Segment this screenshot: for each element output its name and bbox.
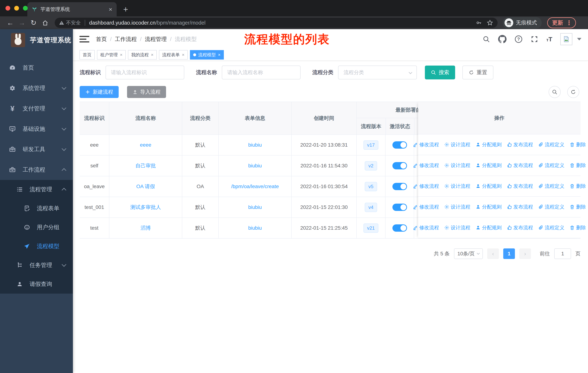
cell-process-name-link[interactable]: OA 请假 [136, 183, 155, 190]
assign-rule-link[interactable]: 分配规则 [475, 204, 502, 210]
url-text[interactable]: dashboard.yudao.iocoder.cn/bpm/manager/m… [89, 20, 473, 26]
cell-process-name-link[interactable]: 滔博 [141, 225, 151, 232]
next-page-button[interactable]: › [519, 248, 531, 259]
sidebar-item-process-model[interactable]: 流程模型 [0, 237, 73, 256]
sidebar-item-process-mgmt[interactable]: 流程管理 [0, 180, 73, 199]
cell-process-name-link[interactable]: 自己审批 [136, 162, 156, 169]
show-search-button[interactable] [549, 86, 561, 98]
process-definition-link[interactable]: 流程定义 [538, 204, 565, 210]
process-category-select[interactable]: 流程分类 [338, 66, 417, 80]
back-button[interactable]: ← [5, 19, 15, 27]
reset-button[interactable]: 重置 [462, 66, 494, 80]
window-controls[interactable] [5, 6, 28, 10]
design-process-link[interactable]: 设计流程 [444, 183, 471, 189]
minimize-window-button[interactable] [14, 6, 19, 10]
forward-button[interactable]: → [17, 19, 27, 27]
cell-form-link[interactable]: biubiu [248, 204, 262, 210]
delete-link[interactable]: 删除 [570, 224, 586, 231]
publish-process-link[interactable]: 发布流程 [507, 162, 533, 169]
search-icon[interactable] [483, 35, 490, 43]
edit-process-link[interactable]: 修改流程 [413, 162, 439, 169]
security-chip[interactable]: 不安全 [59, 20, 81, 26]
create-process-button[interactable]: 新建流程 [80, 86, 119, 98]
sidebar-item-home[interactable]: 首页 [0, 58, 73, 78]
avatar[interactable] [560, 33, 572, 45]
delete-link[interactable]: 删除 [570, 183, 586, 189]
tag-home[interactable]: 首页 [79, 50, 95, 60]
import-process-button[interactable]: 导入流程 [127, 86, 166, 98]
cell-process-name-link[interactable]: 测试多审批人 [130, 204, 161, 211]
sidebar-item-workflow[interactable]: 工作流程 [0, 160, 73, 180]
breadcrumb-home[interactable]: 首页 [96, 36, 107, 43]
tab-close-icon[interactable]: × [109, 6, 112, 12]
active-toggle[interactable] [392, 162, 407, 169]
process-definition-link[interactable]: 流程定义 [538, 224, 565, 231]
goto-page-input[interactable] [554, 248, 571, 259]
delete-link[interactable]: 删除 [570, 204, 586, 210]
cell-form-link[interactable]: /bpm/oa/leave/create [231, 184, 279, 189]
help-icon[interactable] [514, 35, 523, 43]
reload-button[interactable]: ↻ [28, 19, 39, 27]
sidebar-logo[interactable]: 芋道管理系统 [0, 29, 73, 51]
maximize-window-button[interactable] [23, 6, 28, 10]
fullscreen-icon[interactable] [531, 35, 538, 43]
close-icon[interactable]: × [120, 52, 123, 57]
design-process-link[interactable]: 设计流程 [444, 204, 471, 210]
delete-link[interactable]: 删除 [570, 162, 586, 169]
publish-process-link[interactable]: 发布流程 [507, 204, 533, 210]
edit-process-link[interactable]: 修改流程 [413, 141, 439, 148]
sidebar-item-infra[interactable]: 基础设施 [0, 119, 73, 139]
breadcrumb-process-mgmt[interactable]: 流程管理 [145, 36, 167, 43]
assign-rule-link[interactable]: 分配规则 [475, 141, 502, 148]
sidebar-item-devtools[interactable]: 研发工具 [0, 139, 73, 160]
password-key-icon[interactable] [476, 20, 482, 26]
page-size-select[interactable]: 10条/页 [454, 248, 483, 259]
tag-process-model[interactable]: 流程模型× [190, 50, 224, 60]
active-toggle[interactable] [392, 183, 407, 190]
collapse-sidebar-icon[interactable] [79, 36, 89, 42]
publish-process-link[interactable]: 发布流程 [507, 183, 533, 189]
assign-rule-link[interactable]: 分配规则 [475, 183, 502, 189]
font-size-icon[interactable]: тT [546, 36, 552, 43]
cell-process-name-link[interactable]: eeee [140, 142, 151, 148]
tag-process-form[interactable]: 流程表单× [159, 50, 188, 60]
bookmark-star-icon[interactable] [487, 20, 493, 26]
sidebar-item-user-group[interactable]: 用户分组 [0, 218, 73, 237]
browser-tab[interactable]: 芋道管理系统 × [27, 2, 117, 16]
publish-process-link[interactable]: 发布流程 [507, 141, 533, 148]
edit-process-link[interactable]: 修改流程 [413, 204, 439, 210]
sidebar-item-system[interactable]: 系统管理 [0, 78, 73, 98]
cell-form-link[interactable]: biubiu [248, 163, 262, 169]
process-name-input[interactable] [222, 66, 301, 80]
active-toggle[interactable] [392, 224, 407, 232]
active-toggle[interactable] [392, 141, 407, 149]
prev-page-button[interactable]: ‹ [487, 248, 499, 259]
tag-my-process[interactable]: 我的流程× [128, 50, 157, 60]
sidebar-item-leave-query[interactable]: 请假查询 [0, 275, 73, 293]
design-process-link[interactable]: 设计流程 [444, 141, 471, 148]
new-tab-button[interactable]: + [123, 5, 128, 13]
design-process-link[interactable]: 设计流程 [444, 162, 471, 169]
edit-process-link[interactable]: 修改流程 [413, 183, 439, 189]
search-button[interactable]: 搜索 [425, 66, 455, 80]
sidebar-item-payment[interactable]: ¥ 支付管理 [0, 98, 73, 119]
close-icon[interactable]: × [218, 52, 220, 57]
assign-rule-link[interactable]: 分配规则 [475, 224, 502, 231]
close-icon[interactable]: × [182, 52, 184, 57]
close-window-button[interactable] [5, 6, 10, 10]
process-key-input[interactable] [105, 66, 184, 80]
current-page[interactable]: 1 [503, 248, 515, 259]
refresh-table-button[interactable] [567, 86, 579, 98]
active-toggle[interactable] [392, 204, 407, 211]
close-icon[interactable]: × [151, 52, 153, 57]
sidebar-item-process-form[interactable]: 流程表单 [0, 199, 73, 218]
cell-form-link[interactable]: biubiu [248, 225, 262, 231]
process-definition-link[interactable]: 流程定义 [538, 183, 565, 189]
tag-tenant[interactable]: 租户管理× [97, 50, 126, 60]
publish-process-link[interactable]: 发布流程 [507, 224, 533, 231]
assign-rule-link[interactable]: 分配规则 [475, 162, 502, 169]
browser-update-button[interactable]: 更新 ⋮ [547, 17, 576, 28]
browser-menu-icon[interactable]: ⋮ [566, 19, 572, 26]
design-process-link[interactable]: 设计流程 [444, 224, 471, 231]
breadcrumb-workflow[interactable]: 工作流程 [115, 36, 137, 43]
